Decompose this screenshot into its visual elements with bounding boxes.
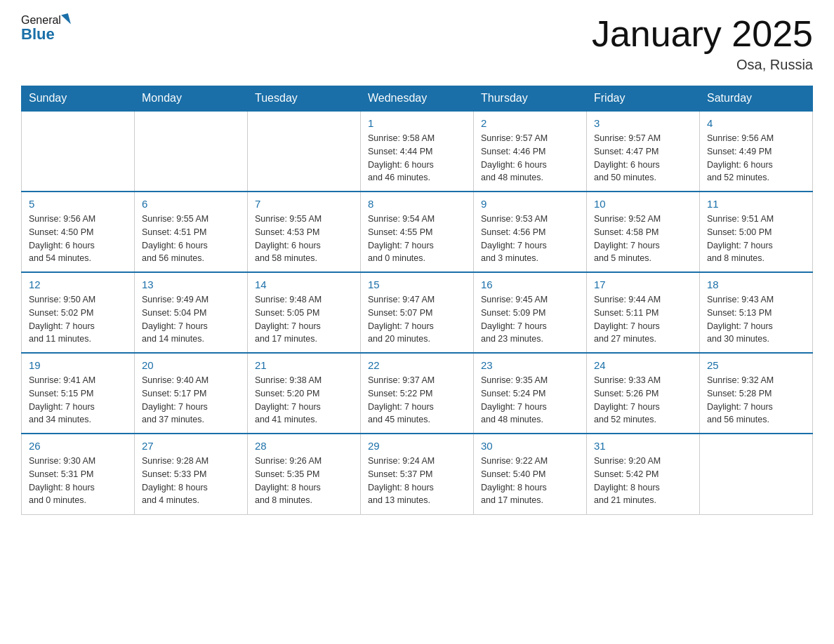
day-info-6: Sunrise: 9:55 AMSunset: 4:51 PMDaylight:… <box>142 213 240 265</box>
day-number-17: 17 <box>594 279 692 290</box>
week-row-4: 19Sunrise: 9:41 AMSunset: 5:15 PMDayligh… <box>22 353 813 434</box>
day-info-14: Sunrise: 9:48 AMSunset: 5:05 PMDaylight:… <box>255 293 353 346</box>
day-info-1: Sunrise: 9:58 AMSunset: 4:44 PMDaylight:… <box>368 132 466 185</box>
day-info-25: Sunrise: 9:32 AMSunset: 5:28 PMDaylight:… <box>707 374 805 427</box>
day-info-19: Sunrise: 9:41 AMSunset: 5:15 PMDaylight:… <box>29 374 127 427</box>
header-thursday: Thursday <box>474 86 587 112</box>
calendar-cell-w3-d5: 16Sunrise: 9:45 AMSunset: 5:09 PMDayligh… <box>474 272 587 353</box>
calendar-cell-w1-d3 <box>248 111 361 192</box>
week-row-2: 5Sunrise: 9:56 AMSunset: 4:50 PMDaylight… <box>22 192 813 272</box>
day-number-19: 19 <box>29 359 127 371</box>
calendar-cell-w1-d1 <box>22 111 135 192</box>
day-info-22: Sunrise: 9:37 AMSunset: 5:22 PMDaylight:… <box>368 374 466 427</box>
calendar-cell-w1-d7: 4Sunrise: 9:56 AMSunset: 4:49 PMDaylight… <box>700 111 813 192</box>
day-info-27: Sunrise: 9:28 AMSunset: 5:33 PMDaylight:… <box>142 455 240 507</box>
calendar-cell-w3-d1: 12Sunrise: 9:50 AMSunset: 5:02 PMDayligh… <box>22 272 135 353</box>
calendar-cell-w3-d3: 14Sunrise: 9:48 AMSunset: 5:05 PMDayligh… <box>248 272 361 353</box>
day-number-7: 7 <box>255 198 353 210</box>
header-friday: Friday <box>587 86 700 112</box>
header-sunday: Sunday <box>22 86 135 112</box>
day-info-3: Sunrise: 9:57 AMSunset: 4:47 PMDaylight:… <box>594 132 692 185</box>
week-row-3: 12Sunrise: 9:50 AMSunset: 5:02 PMDayligh… <box>22 272 813 353</box>
calendar-cell-w5-d1: 26Sunrise: 9:30 AMSunset: 5:31 PMDayligh… <box>22 434 135 514</box>
day-number-29: 29 <box>368 440 466 452</box>
day-number-20: 20 <box>142 359 240 371</box>
day-info-26: Sunrise: 9:30 AMSunset: 5:31 PMDaylight:… <box>29 455 127 507</box>
calendar-cell-w2-d3: 7Sunrise: 9:55 AMSunset: 4:53 PMDaylight… <box>248 192 361 272</box>
day-number-28: 28 <box>255 440 353 452</box>
day-number-27: 27 <box>142 440 240 452</box>
day-info-23: Sunrise: 9:35 AMSunset: 5:24 PMDaylight:… <box>481 374 579 427</box>
calendar-title: January 2025 <box>592 14 813 54</box>
calendar-cell-w5-d6: 31Sunrise: 9:20 AMSunset: 5:42 PMDayligh… <box>587 434 700 514</box>
day-info-13: Sunrise: 9:49 AMSunset: 5:04 PMDaylight:… <box>142 293 240 346</box>
day-number-21: 21 <box>255 359 353 371</box>
calendar-cell-w1-d4: 1Sunrise: 9:58 AMSunset: 4:44 PMDaylight… <box>361 111 474 192</box>
calendar-cell-w3-d6: 17Sunrise: 9:44 AMSunset: 5:11 PMDayligh… <box>587 272 700 353</box>
day-number-16: 16 <box>481 279 579 290</box>
day-info-9: Sunrise: 9:53 AMSunset: 4:56 PMDaylight:… <box>481 213 579 265</box>
calendar-cell-w2-d4: 8Sunrise: 9:54 AMSunset: 4:55 PMDaylight… <box>361 192 474 272</box>
calendar-cell-w3-d4: 15Sunrise: 9:47 AMSunset: 5:07 PMDayligh… <box>361 272 474 353</box>
logo-triangle-icon <box>61 13 71 26</box>
day-info-29: Sunrise: 9:24 AMSunset: 5:37 PMDaylight:… <box>368 455 466 507</box>
calendar-cell-w4-d3: 21Sunrise: 9:38 AMSunset: 5:20 PMDayligh… <box>248 353 361 434</box>
logo-blue-text: Blue <box>21 25 55 43</box>
day-info-17: Sunrise: 9:44 AMSunset: 5:11 PMDaylight:… <box>594 293 692 346</box>
day-info-16: Sunrise: 9:45 AMSunset: 5:09 PMDaylight:… <box>481 293 579 346</box>
header-tuesday: Tuesday <box>248 86 361 112</box>
day-info-28: Sunrise: 9:26 AMSunset: 5:35 PMDaylight:… <box>255 455 353 507</box>
week-row-5: 26Sunrise: 9:30 AMSunset: 5:31 PMDayligh… <box>22 434 813 514</box>
day-info-7: Sunrise: 9:55 AMSunset: 4:53 PMDaylight:… <box>255 213 353 265</box>
calendar-cell-w5-d2: 27Sunrise: 9:28 AMSunset: 5:33 PMDayligh… <box>135 434 248 514</box>
logo: General Blue <box>21 14 70 43</box>
calendar-cell-w2-d5: 9Sunrise: 9:53 AMSunset: 4:56 PMDaylight… <box>474 192 587 272</box>
day-number-15: 15 <box>368 279 466 290</box>
day-info-31: Sunrise: 9:20 AMSunset: 5:42 PMDaylight:… <box>594 455 692 507</box>
day-number-23: 23 <box>481 359 579 371</box>
calendar-cell-w4-d7: 25Sunrise: 9:32 AMSunset: 5:28 PMDayligh… <box>700 353 813 434</box>
day-info-24: Sunrise: 9:33 AMSunset: 5:26 PMDaylight:… <box>594 374 692 427</box>
day-info-30: Sunrise: 9:22 AMSunset: 5:40 PMDaylight:… <box>481 455 579 507</box>
day-number-14: 14 <box>255 279 353 290</box>
calendar-cell-w2-d7: 11Sunrise: 9:51 AMSunset: 5:00 PMDayligh… <box>700 192 813 272</box>
day-info-4: Sunrise: 9:56 AMSunset: 4:49 PMDaylight:… <box>707 132 805 185</box>
day-info-10: Sunrise: 9:52 AMSunset: 4:58 PMDaylight:… <box>594 213 692 265</box>
calendar-cell-w4-d4: 22Sunrise: 9:37 AMSunset: 5:22 PMDayligh… <box>361 353 474 434</box>
day-info-18: Sunrise: 9:43 AMSunset: 5:13 PMDaylight:… <box>707 293 805 346</box>
day-number-9: 9 <box>481 198 579 210</box>
day-number-25: 25 <box>707 359 805 371</box>
calendar-cell-w4-d1: 19Sunrise: 9:41 AMSunset: 5:15 PMDayligh… <box>22 353 135 434</box>
calendar-cell-w1-d2 <box>135 111 248 192</box>
title-block: January 2025 Osa, Russia <box>592 14 813 73</box>
calendar-cell-w5-d7 <box>700 434 813 514</box>
calendar-cell-w1-d6: 3Sunrise: 9:57 AMSunset: 4:47 PMDaylight… <box>587 111 700 192</box>
day-info-12: Sunrise: 9:50 AMSunset: 5:02 PMDaylight:… <box>29 293 127 346</box>
calendar-cell-w4-d6: 24Sunrise: 9:33 AMSunset: 5:26 PMDayligh… <box>587 353 700 434</box>
day-number-11: 11 <box>707 198 805 210</box>
day-info-8: Sunrise: 9:54 AMSunset: 4:55 PMDaylight:… <box>368 213 466 265</box>
calendar-cell-w3-d7: 18Sunrise: 9:43 AMSunset: 5:13 PMDayligh… <box>700 272 813 353</box>
page-header: General Blue January 2025 Osa, Russia <box>21 14 813 73</box>
calendar-cell-w4-d2: 20Sunrise: 9:40 AMSunset: 5:17 PMDayligh… <box>135 353 248 434</box>
header-monday: Monday <box>135 86 248 112</box>
day-number-22: 22 <box>368 359 466 371</box>
calendar-subtitle: Osa, Russia <box>592 57 813 73</box>
day-number-26: 26 <box>29 440 127 452</box>
calendar-cell-w5-d3: 28Sunrise: 9:26 AMSunset: 5:35 PMDayligh… <box>248 434 361 514</box>
day-info-2: Sunrise: 9:57 AMSunset: 4:46 PMDaylight:… <box>481 132 579 185</box>
day-number-31: 31 <box>594 440 692 452</box>
calendar-header-row: Sunday Monday Tuesday Wednesday Thursday… <box>22 86 813 112</box>
day-info-15: Sunrise: 9:47 AMSunset: 5:07 PMDaylight:… <box>368 293 466 346</box>
day-number-24: 24 <box>594 359 692 371</box>
day-number-4: 4 <box>707 117 805 129</box>
day-info-5: Sunrise: 9:56 AMSunset: 4:50 PMDaylight:… <box>29 213 127 265</box>
day-number-10: 10 <box>594 198 692 210</box>
day-number-12: 12 <box>29 279 127 290</box>
day-number-6: 6 <box>142 198 240 210</box>
calendar-table: Sunday Monday Tuesday Wednesday Thursday… <box>21 86 813 515</box>
calendar-cell-w3-d2: 13Sunrise: 9:49 AMSunset: 5:04 PMDayligh… <box>135 272 248 353</box>
day-number-13: 13 <box>142 279 240 290</box>
day-info-11: Sunrise: 9:51 AMSunset: 5:00 PMDaylight:… <box>707 213 805 265</box>
day-number-8: 8 <box>368 198 466 210</box>
